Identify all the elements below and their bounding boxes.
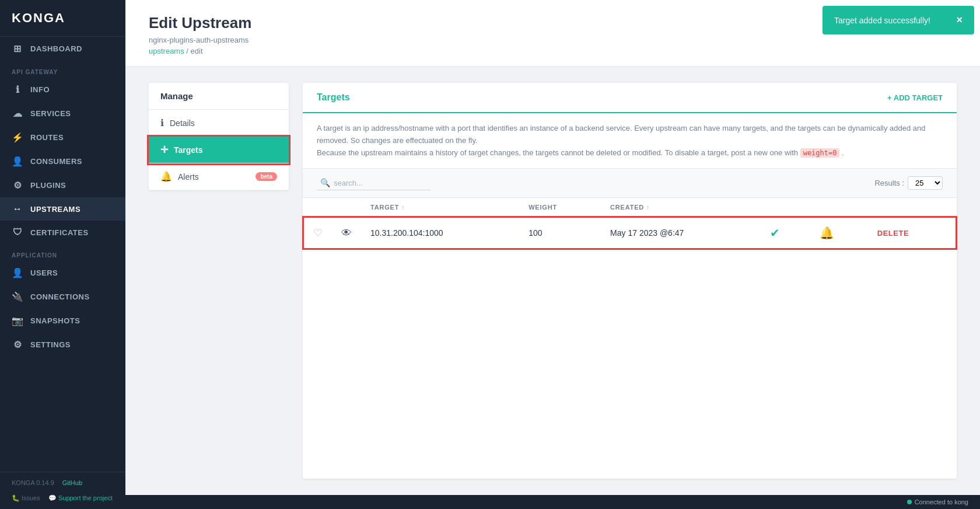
breadcrumb-current: edit bbox=[191, 47, 203, 55]
manage-item-label: Alerts bbox=[178, 172, 199, 182]
settings-icon: ⚙ bbox=[12, 339, 23, 350]
connected-label: Connected to kong bbox=[915, 498, 968, 505]
sidebar-item-services[interactable]: ☁ SERVICES bbox=[0, 102, 125, 125]
sidebar-item-upstreams[interactable]: ↔ UPSTREAMS bbox=[0, 197, 125, 221]
check-circle-icon: ✔ bbox=[770, 226, 780, 239]
table-row: ♡ 👁 10.31.200.104:1000 100 May 17 2023 @… bbox=[303, 217, 956, 249]
view-icon[interactable]: 👁 bbox=[341, 227, 352, 239]
sidebar-item-label: UPSTREAMS bbox=[30, 205, 80, 214]
search-box: 🔍 bbox=[317, 176, 430, 190]
sidebar: KONGA ⊞ DASHBOARD API GATEWAY ℹ INFO ☁ S… bbox=[0, 0, 125, 509]
row-delete[interactable]: DELETE bbox=[868, 217, 956, 249]
manage-item-label: Targets bbox=[174, 145, 203, 155]
results-label: Results : 25 50 100 bbox=[874, 176, 943, 190]
version-label: KONGA 0.14.9 bbox=[12, 479, 54, 486]
consumers-icon: 👤 bbox=[12, 156, 23, 167]
sidebar-item-label: CONNECTIONS bbox=[30, 292, 90, 301]
sidebar-item-label: USERS bbox=[30, 269, 58, 277]
beta-badge: beta bbox=[256, 172, 277, 181]
toast-close-button[interactable]: × bbox=[956, 14, 963, 26]
row-view[interactable]: 👁 bbox=[332, 217, 361, 249]
manage-title: Manage bbox=[149, 83, 289, 110]
sidebar-item-info[interactable]: ℹ INFO bbox=[0, 78, 125, 102]
sidebar-item-label: SNAPSHOTS bbox=[30, 316, 80, 325]
sidebar-item-snapshots[interactable]: 📷 SNAPSHOTS bbox=[0, 309, 125, 333]
col-target[interactable]: TARGET bbox=[361, 198, 519, 217]
targets-desc-line1: A target is an ip address/hostname with … bbox=[317, 123, 943, 147]
targets-header: Targets + ADD TARGET bbox=[303, 83, 957, 113]
sidebar-item-settings[interactable]: ⚙ SETTINGS bbox=[0, 333, 125, 357]
status-dot bbox=[907, 500, 912, 504]
page-subtitle: nginx-plugins-auth-upstreams bbox=[149, 36, 957, 44]
application-section-label: APPLICATION bbox=[0, 244, 125, 261]
row-alert-status: 🔔 bbox=[810, 217, 868, 249]
sidebar-item-plugins[interactable]: ⚙ PLUGINS bbox=[0, 173, 125, 197]
col-eye bbox=[332, 198, 361, 217]
delete-button[interactable]: DELETE bbox=[877, 229, 909, 238]
cloud-icon: ☁ bbox=[12, 108, 23, 119]
sidebar-item-routes[interactable]: ⚡ ROUTES bbox=[0, 125, 125, 149]
sidebar-item-consumers[interactable]: 👤 CONSUMERS bbox=[0, 149, 125, 173]
info-icon: ℹ bbox=[12, 84, 23, 95]
alert-icon: 🔔 bbox=[820, 226, 834, 239]
breadcrumb-separator: / bbox=[186, 47, 190, 55]
sidebar-footer: KONGA 0.14.9 GitHub 🐛 Issues 💬 Support t… bbox=[0, 472, 125, 509]
search-icon: 🔍 bbox=[320, 178, 330, 187]
sidebar-item-users[interactable]: 👤 USERS bbox=[0, 261, 125, 285]
toast-notification: Target added successfully! × bbox=[822, 6, 974, 34]
users-icon: 👤 bbox=[12, 267, 23, 278]
targets-description: A target is an ip address/hostname with … bbox=[303, 113, 957, 169]
manage-item-label: Details bbox=[170, 118, 195, 128]
manage-panel: Manage ℹ Details ✛ Targets 🔔 Alerts beta bbox=[149, 83, 289, 190]
col-created[interactable]: CREATED bbox=[601, 198, 761, 217]
sidebar-item-dashboard[interactable]: ⊞ DASHBOARD bbox=[0, 37, 125, 61]
row-favorite[interactable]: ♡ bbox=[303, 217, 332, 249]
certificates-icon: 🛡 bbox=[12, 227, 23, 238]
row-weight-value: 100 bbox=[519, 217, 601, 249]
issues-link[interactable]: 🐛 Issues bbox=[12, 494, 40, 502]
targets-panel: Targets + ADD TARGET A target is an ip a… bbox=[303, 83, 957, 479]
alerts-icon: 🔔 bbox=[160, 171, 172, 182]
logo-text: KONGA bbox=[12, 11, 65, 25]
toast-message: Target added successfully! bbox=[834, 16, 930, 25]
breadcrumb-upstreams-link[interactable]: upstreams bbox=[149, 47, 184, 55]
weight-code: weight=0 bbox=[800, 148, 840, 158]
sidebar-item-label: INFO bbox=[30, 85, 50, 94]
dashboard-icon: ⊞ bbox=[12, 43, 23, 54]
favorite-icon[interactable]: ♡ bbox=[313, 227, 323, 239]
plugins-icon: ⚙ bbox=[12, 180, 23, 191]
routes-icon: ⚡ bbox=[12, 132, 23, 143]
row-target-value: 10.31.200.104:1000 bbox=[361, 217, 519, 249]
sidebar-item-label: CONSUMERS bbox=[30, 157, 82, 166]
manage-item-details[interactable]: ℹ Details bbox=[149, 110, 289, 137]
targets-title: Targets bbox=[317, 92, 350, 103]
support-link[interactable]: 💬 Support the project bbox=[48, 494, 113, 502]
search-input[interactable] bbox=[334, 179, 427, 187]
content-area: Manage ℹ Details ✛ Targets 🔔 Alerts beta… bbox=[125, 67, 980, 495]
connections-icon: 🔌 bbox=[12, 291, 23, 302]
col-status1 bbox=[761, 198, 810, 217]
row-check-status: ✔ bbox=[761, 217, 810, 249]
targets-desc-line2: Because the upstream maintains a history… bbox=[317, 147, 943, 159]
connection-status: Connected to kong bbox=[907, 498, 968, 505]
sidebar-item-label: CERTIFICATES bbox=[30, 228, 89, 237]
col-weight: WEIGHT bbox=[519, 198, 601, 217]
api-gateway-section-label: API GATEWAY bbox=[0, 61, 125, 78]
sidebar-item-label: PLUGINS bbox=[30, 181, 66, 190]
targets-table: TARGET WEIGHT CREATED ♡ 👁 bbox=[303, 198, 957, 249]
snapshots-icon: 📷 bbox=[12, 315, 23, 326]
logo: KONGA bbox=[0, 0, 125, 37]
main-content: Edit Upstream nginx-plugins-auth-upstrea… bbox=[125, 0, 980, 509]
results-per-page-select[interactable]: 25 50 100 bbox=[908, 176, 943, 190]
sidebar-item-connections[interactable]: 🔌 CONNECTIONS bbox=[0, 285, 125, 309]
manage-item-alerts[interactable]: 🔔 Alerts beta bbox=[149, 163, 289, 190]
upstreams-icon: ↔ bbox=[12, 204, 23, 214]
targets-table-body: ♡ 👁 10.31.200.104:1000 100 May 17 2023 @… bbox=[303, 217, 956, 249]
col-delete bbox=[868, 198, 956, 217]
breadcrumb: upstreams / edit bbox=[149, 47, 957, 55]
github-link[interactable]: GitHub bbox=[62, 479, 82, 486]
add-target-button[interactable]: + ADD TARGET bbox=[887, 93, 943, 102]
manage-item-targets[interactable]: ✛ Targets bbox=[149, 137, 289, 163]
sidebar-item-certificates[interactable]: 🛡 CERTIFICATES bbox=[0, 221, 125, 244]
sidebar-item-label: ROUTES bbox=[30, 133, 64, 142]
